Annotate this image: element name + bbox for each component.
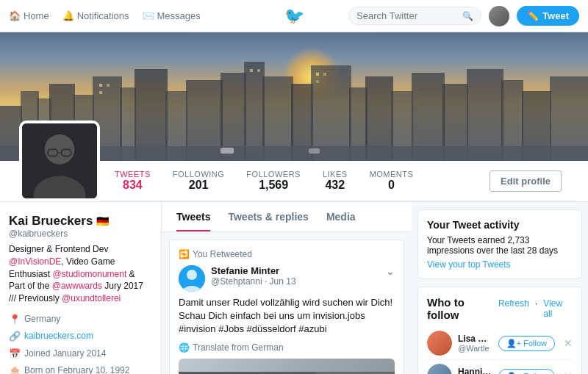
tweet-handle: @Stehptanni	[211, 276, 262, 287]
search-icon: 🔍	[462, 11, 473, 21]
svg-rect-26	[99, 91, 102, 94]
nav-center: 🐦	[284, 7, 304, 26]
search-input[interactable]	[356, 10, 459, 21]
tab-media[interactable]: Media	[326, 202, 356, 231]
who-follow-header: Who to follow Refresh · View all	[427, 296, 573, 321]
top-nav: 🏠 Home 🔔 Notifications ✉️ Messages 🐦 🔍 ✏…	[0, 0, 588, 32]
follow-avatar-2	[427, 364, 452, 374]
followers-label: FOLLOWERS	[246, 170, 301, 179]
meta-website[interactable]: 🔗 kaibrueckers.com	[9, 328, 152, 345]
tweet-image[interactable]: SCHLAUER FUCHS GESUCHT!	[179, 359, 395, 374]
refresh-link[interactable]: Refresh	[498, 298, 529, 319]
moments-value: 0	[370, 179, 414, 192]
svg-rect-30	[323, 73, 326, 76]
svg-rect-27	[250, 69, 253, 72]
bio-link-awwwards[interactable]: @awwwards	[52, 281, 102, 291]
stat-moments[interactable]: MOMENTS 0	[370, 170, 414, 192]
tweet-header: Stefanie Minter @Stehptanni · Jun 13 ⌄	[179, 265, 395, 292]
tab-replies[interactable]: Tweets & replies	[228, 202, 308, 231]
profile-row: TWEETS 834 FOLLOWING 201 FOLLOWERS 1,569…	[0, 161, 588, 201]
search-box[interactable]: 🔍	[348, 7, 481, 25]
content-wrapper: Kai Brueckers 🇩🇪 @kaibrueckers Designer …	[0, 202, 588, 374]
stat-tweets[interactable]: TWEETS 834	[115, 170, 151, 192]
avatar-img	[22, 123, 97, 198]
profile-right: TWEETS 834 FOLLOWING 201 FOLLOWERS 1,569…	[100, 161, 576, 201]
avatar-svg	[22, 121, 97, 201]
tweets-label: TWEETS	[115, 170, 151, 179]
follow-item-2: Hanni 🎮 @joschve 👤+ Follow ✕	[427, 360, 573, 374]
tweet-author-name[interactable]: Stefanie Minter	[211, 265, 380, 276]
tweet-date: Jun 13	[270, 276, 296, 287]
tweet-avatar[interactable]	[179, 265, 205, 292]
following-label: FOLLOWING	[173, 170, 225, 179]
profile-avatar	[19, 121, 100, 201]
tweet-button-label: Tweet	[542, 10, 569, 21]
follow-button-2[interactable]: 👤+ Follow	[498, 369, 555, 375]
tweet-handle-date: @Stehptanni · Jun 13	[211, 276, 380, 287]
follow-item-1: Lisa Brown @Wartle 👤+ Follow ✕	[427, 327, 573, 360]
svg-rect-34	[309, 148, 320, 154]
nav-messages-label: Messages	[157, 10, 201, 21]
follow-button-1[interactable]: 👤+ Follow	[498, 336, 555, 351]
likes-label: LIKES	[323, 170, 348, 179]
profile-section: TWEETS 834 FOLLOWING 201 FOLLOWERS 1,569…	[0, 161, 588, 202]
nav-home[interactable]: 🏠 Home	[9, 10, 49, 21]
nav-notifications-label: Notifications	[77, 10, 129, 21]
svg-rect-28	[257, 69, 260, 72]
birthday-icon: 🎂	[9, 362, 21, 374]
calendar-icon: 📅	[9, 345, 21, 362]
meta-born: 🎂 Born on February 10, 1992	[9, 362, 152, 374]
tweet-avatar-img	[179, 265, 205, 292]
close-button-2[interactable]: ✕	[564, 370, 573, 374]
followers-value: 1,569	[246, 179, 301, 192]
nav-notifications[interactable]: 🔔 Notifications	[62, 10, 129, 21]
follow-name-2: Hanni 🎮	[458, 367, 492, 374]
close-button-1[interactable]: ✕	[564, 337, 573, 349]
home-icon: 🏠	[9, 10, 21, 21]
tweet-card: 🔁 You Retweeted Ste	[169, 240, 404, 374]
follow-label-1: Follow	[523, 339, 547, 348]
tweet-button[interactable]: ✏️ Tweet	[517, 6, 579, 26]
svg-rect-31	[316, 80, 319, 83]
edit-profile-button[interactable]: Edit profile	[490, 170, 562, 192]
follow-avatar-img-1	[427, 331, 452, 356]
svg-rect-29	[316, 73, 319, 76]
tweets-value: 834	[115, 179, 151, 192]
stat-likes[interactable]: LIKES 432	[323, 170, 348, 192]
profile-info: Kai Brueckers 🇩🇪 @kaibrueckers Designer …	[9, 208, 152, 374]
profile-meta: 📍 Germany 🔗 kaibrueckers.com 📅 Joined Ja…	[9, 311, 152, 374]
svg-rect-11	[244, 62, 265, 161]
translate-label: Translate from German	[193, 342, 284, 353]
link-icon: 🔗	[9, 328, 21, 345]
website-link[interactable]: kaibrueckers.com	[24, 328, 93, 345]
bio-link-studio[interactable]: @studiomonument	[52, 269, 126, 279]
messages-icon: ✉️	[143, 10, 154, 21]
tweet-activity-widget: Your Tweet activity Your Tweets earned 2…	[417, 209, 582, 279]
following-value: 201	[173, 179, 225, 192]
tab-tweets[interactable]: Tweets	[176, 202, 210, 231]
tweet-text-content: Damit unser Rudel vollzählig wird suchen…	[179, 297, 392, 334]
activity-widget-text: Your Tweets earned 2,733 impressions ove…	[427, 235, 573, 256]
bio-link-ux[interactable]: @uxundtollerei	[62, 293, 121, 303]
tweet-more-icon[interactable]: ⌄	[386, 265, 395, 277]
stat-following[interactable]: FOLLOWING 201	[173, 170, 225, 192]
activity-widget-link[interactable]: View your top Tweets	[427, 259, 511, 270]
separator: ·	[535, 298, 537, 319]
stat-followers[interactable]: FOLLOWERS 1,569	[246, 170, 301, 192]
nav-messages[interactable]: ✉️ Messages	[143, 10, 201, 21]
view-all-link[interactable]: View all	[543, 298, 573, 319]
bio-link-invision[interactable]: @InVisionDE	[9, 256, 61, 267]
nav-left: 🏠 Home 🔔 Notifications ✉️ Messages	[9, 10, 201, 21]
translate-row[interactable]: 🌐 Translate from German	[179, 342, 395, 353]
meta-joined: 📅 Joined January 2014	[9, 345, 152, 362]
tweet-text: Damit unser Rudel vollzählig wird suchen…	[179, 296, 395, 337]
location-text: Germany	[24, 312, 60, 328]
retweet-icon: 🔁	[179, 249, 190, 259]
nav-avatar[interactable]	[489, 6, 509, 26]
who-follow-title: Who to follow	[427, 296, 498, 321]
born-text: Born on February 10, 1992	[24, 363, 129, 374]
retweet-label-text: You Retweeted	[193, 249, 252, 259]
follow-info-2: Hanni 🎮 @joschve	[458, 367, 492, 374]
tweet-pencil-icon: ✏️	[527, 10, 539, 21]
tweet-image-bg	[179, 359, 395, 374]
